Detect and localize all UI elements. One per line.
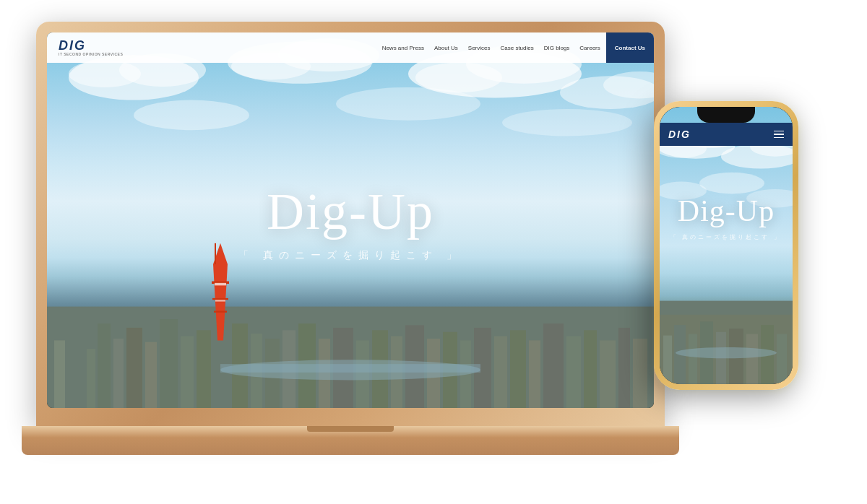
laptop-nav-links: News and Press About Us Services Case st…: [382, 45, 600, 51]
phone-navbar: DIG: [660, 123, 793, 146]
svg-rect-55: [633, 339, 647, 408]
laptop-website: DIG IT SECOND OPINION SERVICES News and …: [47, 32, 654, 408]
laptop-hero-title: Dig-Up: [238, 186, 462, 238]
svg-rect-76: [777, 334, 787, 384]
svg-rect-49: [529, 340, 540, 408]
svg-rect-50: [543, 323, 564, 408]
laptop-screen-bezel: DIG IT SECOND OPINION SERVICES News and …: [47, 32, 654, 408]
svg-rect-52: [584, 330, 597, 408]
laptop-hero-subtitle: 「 真のニーズを掘り起こす 」: [238, 249, 462, 262]
svg-rect-51: [566, 336, 581, 408]
svg-rect-29: [214, 310, 227, 312]
svg-point-77: [676, 347, 777, 358]
svg-rect-21: [145, 342, 157, 408]
laptop-base: [22, 426, 679, 455]
laptop-screen: DIG IT SECOND OPINION SERVICES News and …: [47, 32, 654, 408]
svg-rect-22: [160, 319, 178, 408]
svg-rect-26: [215, 243, 216, 264]
svg-point-63: [699, 173, 764, 194]
city-skyline-svg: [47, 239, 654, 408]
svg-rect-31: [215, 300, 225, 301]
svg-rect-48: [510, 330, 526, 408]
logo-subtitle: IT SECOND OPINION SERVICES: [59, 53, 123, 56]
laptop-navbar: DIG IT SECOND OPINION SERVICES News and …: [47, 32, 654, 63]
svg-rect-47: [494, 336, 507, 408]
phone-hero-title: Dig-Up: [666, 195, 786, 225]
menu-line-1: [774, 131, 784, 132]
menu-line-2: [774, 134, 784, 135]
svg-rect-17: [87, 349, 95, 408]
phone-screen: DIG Dig-Up 「 真のニーズを掘り起こす 」: [660, 107, 793, 384]
svg-rect-53: [600, 340, 616, 408]
svg-point-12: [336, 87, 480, 121]
laptop-mockup: DIG IT SECOND OPINION SERVICES News and …: [36, 22, 665, 455]
nav-link-careers[interactable]: Careers: [579, 45, 600, 51]
phone-notch: [697, 107, 755, 123]
svg-rect-74: [746, 334, 758, 384]
scene: DIG IT SECOND OPINION SERVICES News and …: [0, 0, 867, 504]
svg-rect-54: [618, 328, 630, 408]
svg-rect-20: [126, 328, 142, 408]
nav-link-news[interactable]: News and Press: [382, 45, 424, 51]
phone-menu-icon[interactable]: [774, 131, 784, 139]
laptop-nav-logo: DIG IT SECOND OPINION SERVICES: [59, 39, 123, 56]
phone-screen-bezel: DIG Dig-Up 「 真のニーズを掘り起こす 」: [660, 107, 793, 384]
svg-rect-28: [212, 298, 228, 300]
nav-link-case[interactable]: Case studies: [500, 45, 533, 51]
phone-body: DIG Dig-Up 「 真のニーズを掘り起こす 」: [654, 101, 798, 390]
svg-rect-23: [181, 336, 194, 408]
svg-point-2: [69, 60, 141, 87]
svg-rect-18: [98, 323, 111, 408]
svg-rect-68: [663, 336, 672, 384]
phone-hero-area: Dig-Up 「 真のニーズを掘り起こす 」: [666, 195, 786, 240]
menu-line-3: [774, 137, 784, 139]
svg-rect-15: [54, 340, 65, 408]
phone-hero-subtitle: 「 真のニーズを掘り起こす 」: [666, 233, 786, 240]
phone-website: DIG Dig-Up 「 真のニーズを掘り起こす 」: [660, 107, 793, 384]
svg-rect-30: [215, 283, 226, 286]
svg-point-13: [502, 109, 632, 136]
phone-city: [660, 259, 793, 384]
svg-rect-57: [220, 364, 480, 373]
nav-link-about[interactable]: About Us: [434, 45, 458, 51]
svg-rect-24: [197, 330, 211, 408]
svg-rect-19: [113, 339, 124, 408]
laptop-body: DIG IT SECOND OPINION SERVICES News and …: [36, 22, 665, 426]
nav-link-blogs[interactable]: DIG blogs: [544, 45, 570, 51]
contact-us-button[interactable]: Contact Us: [606, 32, 654, 63]
laptop-hero-area: Dig-Up 「 真のニーズを掘り起こす 」: [238, 186, 462, 262]
logo-text: DIG: [59, 39, 123, 52]
nav-link-services[interactable]: Services: [468, 45, 491, 51]
svg-point-11: [134, 100, 249, 131]
svg-rect-16: [69, 332, 83, 408]
phone-mockup: DIG Dig-Up 「 真のニーズを掘り起こす 」: [654, 101, 798, 390]
svg-rect-70: [689, 334, 697, 384]
phone-logo-text: DIG: [668, 129, 691, 140]
